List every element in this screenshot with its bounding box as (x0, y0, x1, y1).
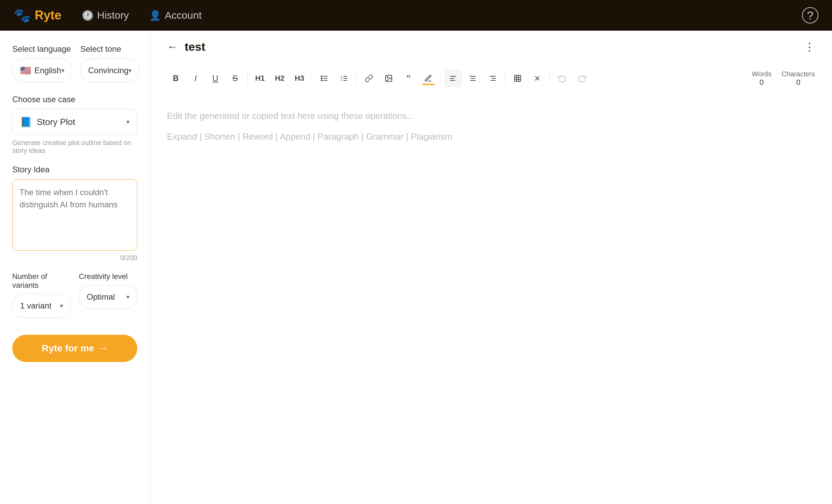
toolbar-separator-3 (356, 72, 357, 84)
h2-button[interactable]: H2 (271, 69, 289, 87)
creativity-value: Optimal (87, 292, 115, 302)
logo-icon: 🐾 (14, 7, 31, 23)
highlight-button[interactable] (419, 69, 437, 87)
top-nav: 🐾 Ryte 🕐 History 👤 Account ? (0, 0, 832, 31)
help-button[interactable]: ? (802, 7, 818, 23)
back-button[interactable]: ← (167, 41, 178, 53)
editor-content[interactable]: Edit the generated or copied text here u… (150, 94, 832, 504)
variants-value: 1 variant (20, 301, 51, 311)
logo[interactable]: 🐾 Ryte (14, 7, 61, 23)
more-options-button[interactable]: ⋮ (804, 41, 815, 53)
tone-label: Select tone (80, 44, 140, 54)
characters-label: Characters (782, 70, 815, 78)
use-case-value: Story Plot (37, 117, 75, 127)
svg-point-4 (321, 78, 322, 79)
use-case-chevron-icon: ▾ (126, 118, 129, 126)
image-button[interactable] (380, 69, 398, 87)
characters-count: 0 (796, 78, 800, 87)
toolbar-separator-5 (505, 72, 505, 84)
tone-chevron-icon: ▾ (128, 67, 132, 74)
history-icon: 🕐 (82, 10, 94, 21)
words-label: Words (752, 70, 771, 78)
left-panel: Select language 🇺🇸 English ▾ Select tone… (0, 31, 150, 504)
language-field: Select language 🇺🇸 English ▾ (12, 44, 72, 82)
ryte-btn-arrow-icon: → (98, 343, 108, 354)
variants-col: Number of variants 1 variant ▾ (12, 272, 71, 318)
story-idea-input[interactable] (12, 179, 137, 251)
editor-panel: ← test ⋮ B I U S H1 H2 H3 1.2.3. (150, 31, 832, 504)
h3-button[interactable]: H3 (291, 69, 308, 87)
words-count-group: Words 0 (752, 70, 771, 87)
char-count: 0/200 (12, 254, 137, 262)
logo-text: Ryte (35, 8, 61, 22)
history-label: History (97, 10, 129, 21)
svg-point-13 (387, 77, 388, 78)
use-case-label: Choose use case (12, 95, 137, 104)
creativity-select[interactable]: Optimal ▾ (79, 285, 138, 309)
link-button[interactable] (360, 69, 378, 87)
main-layout: Select language 🇺🇸 English ▾ Select tone… (0, 31, 832, 504)
align-left-button[interactable] (444, 69, 462, 87)
toolbar-separator-6 (550, 72, 550, 84)
use-case-select[interactable]: 📘 Story Plot ▾ (12, 109, 137, 135)
language-tone-row: Select language 🇺🇸 English ▾ Select tone… (12, 44, 137, 82)
numbered-list-button[interactable]: 1.2.3. (335, 69, 353, 87)
flag-icon: 🇺🇸 (20, 65, 31, 76)
tone-select[interactable]: Convincing ▾ (80, 59, 140, 82)
table-button[interactable] (509, 69, 526, 87)
variants-select[interactable]: 1 variant ▾ (12, 294, 71, 318)
editor-toolbar: B I U S H1 H2 H3 1.2.3. " (150, 63, 832, 94)
account-label: Account (165, 10, 201, 21)
characters-count-group: Characters 0 (782, 70, 815, 87)
italic-button[interactable]: I (187, 69, 204, 87)
svg-text:3.: 3. (341, 79, 343, 81)
variants-chevron-icon: ▾ (60, 302, 63, 310)
clear-format-button[interactable] (528, 69, 546, 87)
nav-account[interactable]: 👤 Account (149, 10, 201, 21)
h1-button[interactable]: H1 (251, 69, 269, 87)
language-select[interactable]: 🇺🇸 English ▾ (12, 59, 72, 82)
creativity-col: Creativity level Optimal ▾ (79, 272, 138, 318)
editor-header: ← test ⋮ (150, 31, 832, 63)
word-count-area: Words 0 Characters 0 (752, 70, 815, 87)
variants-label: Number of variants (12, 272, 71, 290)
use-case-icon: 📘 (20, 116, 32, 128)
language-label: Select language (12, 44, 72, 54)
svg-point-5 (321, 80, 322, 81)
quote-button[interactable]: " (400, 69, 417, 87)
nav-history[interactable]: 🕐 History (82, 10, 129, 21)
tone-value: Convincing (88, 66, 129, 75)
words-count: 0 (759, 78, 764, 87)
toolbar-separator-4 (441, 72, 441, 84)
toolbar-separator-2 (312, 72, 312, 84)
use-case-left: 📘 Story Plot (20, 116, 75, 128)
language-chevron-icon: ▾ (61, 67, 64, 74)
undo-button[interactable] (553, 69, 571, 87)
redo-button[interactable] (573, 69, 591, 87)
underline-button[interactable]: U (206, 69, 224, 87)
bullet-list-button[interactable] (315, 69, 333, 87)
account-icon: 👤 (149, 10, 161, 21)
editor-placeholder: Edit the generated or copied text here u… (167, 111, 815, 121)
ryte-for-me-button[interactable]: Ryte for me → (12, 335, 137, 362)
creativity-label: Creativity level (79, 272, 138, 281)
editor-title: test (185, 40, 797, 53)
align-right-button[interactable] (484, 69, 502, 87)
editor-operations-hint: Expand | Shorten | Reword | Append | Par… (167, 131, 815, 142)
toolbar-separator-1 (247, 72, 248, 84)
bold-button[interactable]: B (167, 69, 185, 87)
use-case-hint: Generate creative plot outline based on … (12, 139, 137, 155)
strikethrough-button[interactable]: S (226, 69, 244, 87)
ryte-btn-label: Ryte for me (42, 343, 94, 354)
variants-row: Number of variants 1 variant ▾ Creativit… (12, 272, 137, 318)
svg-point-3 (321, 76, 322, 77)
align-center-button[interactable] (464, 69, 482, 87)
tone-field: Select tone Convincing ▾ (80, 44, 140, 82)
story-idea-label: Story Idea (12, 165, 137, 174)
language-select-left: 🇺🇸 English (20, 65, 61, 76)
svg-rect-23 (514, 75, 521, 81)
creativity-chevron-icon: ▾ (126, 293, 129, 301)
language-value: English (34, 66, 61, 75)
